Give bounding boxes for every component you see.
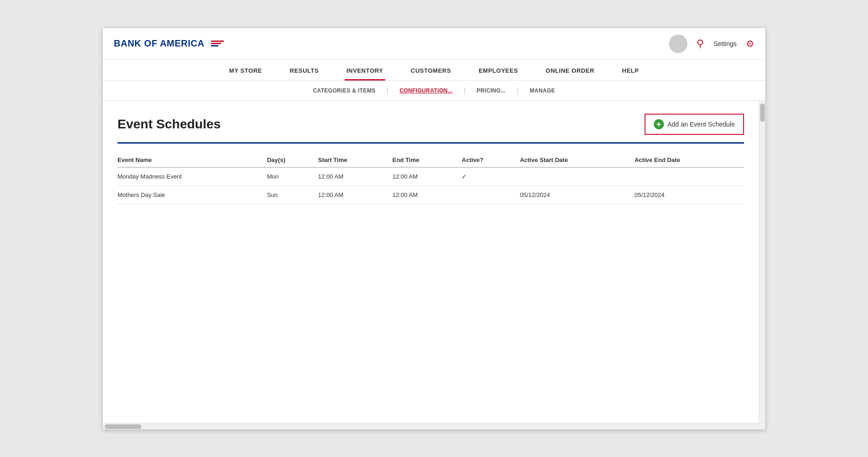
- subnav-pricing[interactable]: PRICING...: [466, 86, 517, 96]
- logo-area: BANK OF AMERICA: [114, 38, 224, 49]
- cell-active: [462, 185, 520, 204]
- subnav-configuration[interactable]: CONFIGURATION...: [388, 86, 463, 96]
- user-icon[interactable]: ⚲: [697, 38, 704, 50]
- settings-label[interactable]: Settings: [713, 40, 737, 47]
- sub-nav: CATEGORIES & ITEMS | CONFIGURATION... | …: [103, 81, 765, 101]
- nav-item-employees[interactable]: EMPLOYEES: [479, 67, 518, 81]
- subnav-categories[interactable]: CATEGORIES & ITEMS: [302, 86, 387, 96]
- cell-active-start-date: [520, 167, 635, 185]
- scrollbar-thumb[interactable]: [760, 104, 765, 122]
- cell-days: Sun: [267, 185, 318, 204]
- flag-line-2: [211, 43, 221, 44]
- cell-event-name: Monday Madness Event: [117, 167, 267, 185]
- main-content: Event Schedules + Add an Event Schedule …: [103, 101, 759, 423]
- top-right-area: ⚲ Settings ⚙: [669, 35, 754, 53]
- cell-start-time: 12:00 AM: [318, 167, 392, 185]
- logo-flag: [211, 40, 224, 46]
- table-row[interactable]: Mothers Day SaleSun12:00 AM12:00 AM05/12…: [117, 185, 744, 204]
- bottom-scrollbar-thumb[interactable]: [105, 424, 141, 429]
- cell-days: Mon: [267, 167, 318, 185]
- user-avatar: [669, 35, 687, 53]
- cell-active-end-date: 05/12/2024: [634, 185, 744, 204]
- browser-frame: BANK OF AMERICA ⚲ Settings ⚙ MY STORE RE…: [102, 28, 766, 430]
- table-row[interactable]: Monday Madness EventMon12:00 AM12:00 AM✓: [117, 167, 744, 185]
- nav-item-mystore[interactable]: MY STORE: [229, 67, 262, 81]
- add-icon: +: [654, 119, 664, 129]
- col-header-active-start-date: Active Start Date: [520, 153, 635, 168]
- flag-line-3: [211, 45, 218, 46]
- scrollbar-track[interactable]: [759, 101, 765, 423]
- main-nav: MY STORE RESULTS INVENTORY CUSTOMERS EMP…: [103, 60, 765, 81]
- add-event-schedule-button[interactable]: + Add an Event Schedule: [645, 114, 744, 135]
- nav-item-onlineorder[interactable]: ONLINE ORDER: [545, 67, 594, 81]
- nav-item-help[interactable]: HELP: [622, 67, 639, 81]
- bottom-scrollbar[interactable]: [103, 423, 765, 429]
- nav-item-results[interactable]: RESULTS: [290, 67, 319, 81]
- nav-item-customers[interactable]: CUSTOMERS: [411, 67, 451, 81]
- page-header: Event Schedules + Add an Event Schedule: [117, 114, 744, 135]
- nav-item-inventory[interactable]: INVENTORY: [346, 67, 383, 81]
- top-bar: BANK OF AMERICA ⚲ Settings ⚙: [103, 28, 765, 60]
- add-button-label: Add an Event Schedule: [668, 121, 735, 128]
- cell-event-name: Mothers Day Sale: [117, 185, 267, 204]
- cell-active: ✓: [462, 167, 520, 185]
- col-header-start-time: Start Time: [318, 153, 392, 168]
- cell-active-start-date: 05/12/2024: [520, 185, 635, 204]
- cell-active-end-date: [634, 167, 744, 185]
- col-header-days: Day(s): [267, 153, 318, 168]
- section-divider: [117, 142, 744, 144]
- col-header-active: Active?: [462, 153, 520, 168]
- col-header-end-time: End Time: [393, 153, 462, 168]
- col-header-active-end-date: Active End Date: [634, 153, 744, 168]
- event-table: Event Name Day(s) Start Time End Time Ac…: [117, 153, 744, 204]
- cell-end-time: 12:00 AM: [393, 185, 462, 204]
- flag-line-1: [211, 40, 224, 42]
- settings-icon[interactable]: ⚙: [746, 38, 754, 49]
- table-header-row: Event Name Day(s) Start Time End Time Ac…: [117, 153, 744, 168]
- cell-end-time: 12:00 AM: [393, 167, 462, 185]
- page-title: Event Schedules: [117, 117, 221, 132]
- col-header-event-name: Event Name: [117, 153, 267, 168]
- cell-start-time: 12:00 AM: [318, 185, 392, 204]
- logo-text: BANK OF AMERICA: [114, 38, 205, 49]
- content-wrapper: Event Schedules + Add an Event Schedule …: [103, 101, 765, 423]
- subnav-manage[interactable]: MANAGE: [519, 86, 566, 96]
